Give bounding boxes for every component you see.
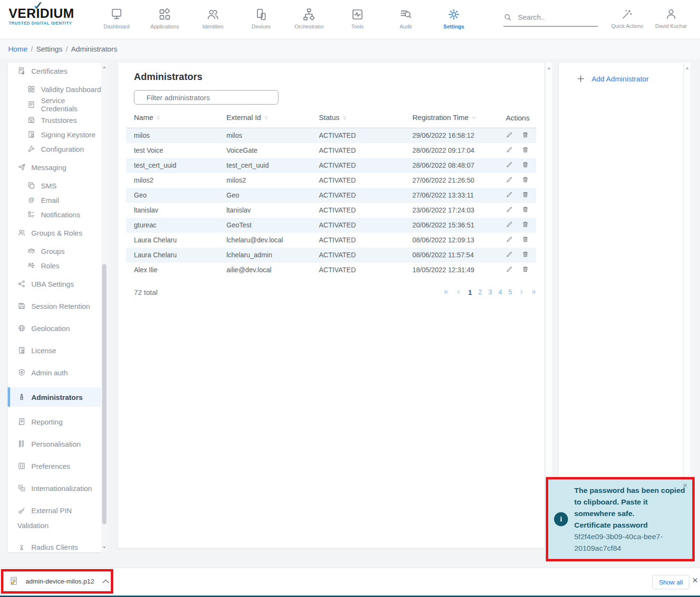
delete-button[interactable] [522,265,529,274]
sidebar-item-reporting[interactable]: Reporting [8,414,101,429]
scroll-down-arrow-icon[interactable] [101,544,107,551]
edit-button[interactable] [506,176,513,185]
nav-item-dashboard[interactable]: Dashboard [92,4,141,29]
delete-button[interactable] [522,206,529,214]
chevron-up-icon[interactable] [101,576,111,586]
nav-item-tools[interactable]: Tools [333,4,382,29]
sidebar-item-admin-auth[interactable]: Admin auth [8,365,101,380]
sidebar-item-groups-roles[interactable]: Groups & Roles [8,226,101,240]
column-header-registration-time[interactable]: Registration Time [405,108,498,128]
column-label: Registration Time [412,113,469,121]
sidebar-item-configuration[interactable]: Configuration [8,142,101,156]
cell-registration-time: 08/06/2022 12:09:13 [405,233,498,248]
cell-actions [498,173,536,188]
quick-actions-button[interactable]: Quick Actions [608,5,647,29]
search-input[interactable] [517,13,598,22]
downloaded-file-name: admin-device-milos.p12 [26,578,94,585]
column-header-external-id[interactable]: External Id [219,108,311,128]
edit-button[interactable] [506,191,513,199]
sidebar-item-preferences[interactable]: Preferences [8,459,101,473]
filter-administrators-input[interactable] [134,90,278,105]
sidebar-item-radius-clients[interactable]: Radius Clients [8,540,101,552]
edit-button[interactable] [506,221,513,229]
pagination-last-button[interactable] [530,289,536,295]
sidebar-item-internationalization[interactable]: AaInternationalization [8,481,101,495]
show-all-downloads-button[interactable]: Show all [652,575,689,589]
edit-button[interactable] [506,161,513,170]
breadcrumb-home[interactable]: Home [8,45,27,53]
sidebar-scrollbar[interactable] [101,63,107,552]
pagination-next-button[interactable] [518,289,524,295]
sidebar-item-administrators[interactable]: Administrators [8,387,101,407]
column-header-name[interactable]: Name [126,108,219,128]
cell-status: ACTIVATED [311,128,405,143]
nav-item-applications[interactable]: Applications [141,4,189,29]
sidebar-item-personalisation[interactable]: Personalisation [8,437,101,451]
sidebar-item-notifications[interactable]: Notifications [8,207,101,222]
delete-button[interactable] [522,176,529,185]
nav-item-label: Orchestrator [285,24,333,29]
pagination-page-3[interactable]: 3 [489,288,492,296]
delete-button[interactable] [522,131,529,140]
pagination-page-4[interactable]: 4 [498,288,502,296]
delete-button[interactable] [522,221,529,229]
sidebar-item-messaging[interactable]: Messaging [8,160,101,174]
sidebar-item-roles[interactable]: Roles [8,258,101,273]
pagination-first-button[interactable] [444,289,449,295]
nav-item-orchestrator[interactable]: Orchestrator [285,4,333,29]
edit-button[interactable] [506,265,513,274]
pagination-prev-button[interactable] [456,289,462,295]
delete-button[interactable] [522,146,529,155]
nav-item-audit[interactable]: Audit [382,4,430,29]
delete-button[interactable] [522,161,529,170]
scroll-up-arrow-icon[interactable] [101,64,107,70]
delete-button[interactable] [522,251,529,259]
delete-button[interactable] [522,191,529,199]
global-search[interactable] [503,13,598,27]
sidebar-item-validity-dashboard[interactable]: Validity Dashboard [8,82,101,96]
edit-button[interactable] [506,206,513,214]
nav-item-identities[interactable]: Identities [189,4,237,29]
downloads-bar-close-icon[interactable]: × [692,575,698,586]
sidebar-item-license[interactable]: License [8,343,101,358]
breadcrumb-settings[interactable]: Settings [36,45,62,53]
sidebar-item-service-credentials[interactable]: Service Credentials [8,96,101,113]
scroll-up-arrow-icon[interactable] [684,65,690,71]
add-administrator-button[interactable]: Add Administrator [559,63,683,83]
sidebar-item-sms[interactable]: SMS [8,178,101,193]
edit-button[interactable] [506,236,513,244]
sidebar-item-truststores[interactable]: Truststores [8,113,101,127]
column-label: Name [134,113,153,121]
column-header-status[interactable]: Status [311,108,405,128]
cell-name: test_cert_uuid [126,158,219,173]
scrollbar-thumb[interactable] [102,264,106,524]
main-scrollbar[interactable] [546,63,552,548]
sidebar-item-geolocation[interactable]: Geolocation [8,321,101,335]
edit-button[interactable] [506,251,513,259]
sidebar-item-session-retention[interactable]: Session Retention [8,299,101,313]
certificate-file-icon [9,576,19,586]
nav-item-settings[interactable]: Settings [430,4,478,29]
floppy-icon [17,302,26,310]
main-menu: DashboardApplicationsIdentitiesDevicesOr… [92,4,478,29]
at-icon: @ [27,196,36,204]
edit-button[interactable] [506,146,513,155]
delete-button[interactable] [522,236,529,244]
veridium-logo[interactable]: VERIDIUM TRUSTED DIGITAL IDENTITY [9,6,91,26]
pagination-page-1[interactable]: 1 [468,288,472,296]
pagination-page-2[interactable]: 2 [478,288,482,296]
sidebar-item-external-pin-validation[interactable]: External PIN Validation [8,503,101,532]
sidebar-item-signing-keystore[interactable]: Signing Keystore [8,127,101,142]
edit-button[interactable] [506,131,513,140]
pagination-page-5[interactable]: 5 [508,288,512,296]
downloaded-file-item[interactable]: admin-device-milos.p12 [3,576,111,586]
scroll-up-arrow-icon[interactable] [546,65,552,71]
sidebar-item-uba-settings[interactable]: UBA Settings [8,277,101,291]
nav-item-devices[interactable]: Devices [237,4,285,29]
sidebar-item-groups[interactable]: Groups [8,244,101,258]
sidebar-item-certificates[interactable]: Certificates [8,64,101,78]
sidebar-item-email[interactable]: @Email [8,193,101,207]
table-footer: 72 total 12345 [134,288,536,296]
user-menu[interactable]: David Kuchar [650,5,692,29]
toast-close-icon[interactable]: × [683,481,687,491]
